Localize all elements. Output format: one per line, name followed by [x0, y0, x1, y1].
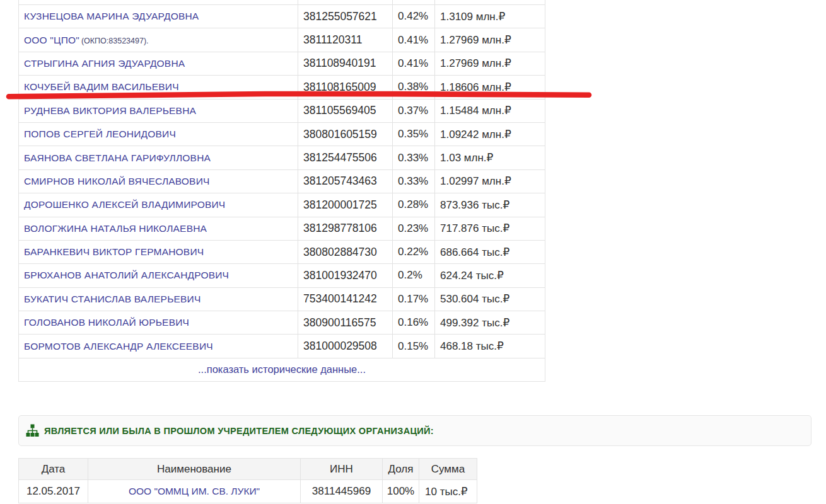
share-percent-cell: 0.33%	[393, 146, 435, 169]
inn-cell: 753400141242	[298, 287, 393, 311]
shareholder-name-cell: БРЮХАНОВ АНАТОЛИЙ АЛЕКСАНДРОВИЧ	[19, 264, 298, 287]
shareholder-name-cell: БАРАНКЕВИЧ ВИКТОР ГЕРМАНОВИЧ	[19, 240, 298, 263]
share-percent-cell: 0.15%	[393, 335, 435, 358]
share-percent-cell: 0.22%	[393, 240, 435, 263]
shareholder-row: БРЮХАНОВ АНАТОЛИЙ АЛЕКСАНДРОВИЧ381001932…	[19, 264, 545, 287]
shareholder-name-cell: ГОЛОВАНОВ НИКОЛАЙ ЮРЬЕВИЧ	[19, 311, 298, 335]
shareholder-row: БАЯНОВА СВЕТЛАНА ГАРИФУЛЛОВНА38125447550…	[19, 146, 545, 169]
shareholder-name-link[interactable]: ВОЛОГЖИНА НАТАЛЬЯ НИКОЛАЕВНА	[24, 223, 207, 234]
col-header-sum: Сумма	[419, 459, 477, 480]
col-header-date: Дата	[19, 459, 88, 480]
shareholder-row: ДОРОШЕНКО АЛЕКСЕЙ ВЛАДИМИРОВИЧ3812000017…	[19, 193, 545, 217]
shareholder-name-cell: ООО "ЦПО"(ОКПО:83523497).	[19, 28, 298, 52]
shareholder-name-cell: РУДНЕВА ВИКТОРИЯ ВАЛЕРЬЕВНА	[19, 99, 298, 122]
shareholder-name-link[interactable]: БУКАТИЧ СТАНИСЛАВ ВАЛЕРЬЕВИЧ	[24, 294, 201, 304]
amount-cell: 499.392 тыс.₽	[435, 311, 545, 335]
shareholder-name-link[interactable]: КОЧУБЕЙ ВАДИМ ВАСИЛЬЕВИЧ	[24, 81, 179, 92]
shareholder-name-cell: КОЧУБЕЙ ВАДИМ ВАСИЛЬЕВИЧ	[19, 76, 298, 99]
amount-cell: 1.03 млн.₽	[435, 146, 545, 169]
inn-cell: 381000029508	[298, 335, 393, 358]
inn-cell: 381105569405	[298, 99, 393, 122]
amount-cell: 624.24 тыс.₽	[435, 264, 545, 287]
okpo-note: (ОКПО:83523497).	[81, 37, 149, 45]
shareholder-row: СМИРНОВ НИКОЛАЙ ВЯЧЕСЛАВОВИЧ381205743463…	[19, 169, 545, 193]
shareholder-name-cell: БАЯНОВА СВЕТЛАНА ГАРИФУЛЛОВНА	[19, 146, 298, 169]
inn-cell: 381205743463	[298, 169, 393, 193]
amount-cell: 686.664 тыс.₽	[435, 240, 545, 263]
shareholder-name-link[interactable]: СМИРНОВ НИКОЛАЙ ВЯЧЕСЛАВОВИЧ	[24, 176, 210, 186]
shareholder-row: ПОПОВ СЕРГЕЙ ЛЕОНИДОВИЧ3808016051590.35%…	[19, 122, 545, 146]
shareholder-name-link[interactable]: КУЗНЕЦОВА МАРИНА ЭДУАРДОВНА	[24, 11, 199, 21]
founders-table: Дата Наименование ИНН Доля Сумма 12.05.2…	[18, 458, 477, 503]
shareholder-name-link[interactable]: РУДНЕВА ВИКТОРИЯ ВАЛЕРЬЕВНА	[24, 105, 196, 116]
inn-cell: 381108165009	[298, 76, 393, 99]
org-share-cell: 100%	[383, 480, 419, 503]
amount-cell: 1.27969 млн.₽	[435, 28, 545, 52]
show-historical-data-link[interactable]: ...показать исторические данные...	[198, 364, 366, 375]
shareholder-name-link[interactable]: БАРАНКЕВИЧ ВИКТОР ГЕРМАНОВИЧ	[24, 246, 204, 257]
share-percent-cell: 0.2%	[393, 264, 435, 287]
share-percent-cell: 0.35%	[393, 122, 435, 146]
share-percent-cell: 0.17%	[393, 287, 435, 311]
share-percent-cell: 0.33%	[393, 169, 435, 193]
share-percent-cell: 0.38%	[393, 76, 435, 99]
amount-cell: 1.15484 млн.₽	[435, 99, 545, 122]
shareholder-name-cell: БОРМОТОВ АЛЕКСАНДР АЛЕКСЕЕВИЧ	[19, 335, 298, 358]
share-percent-cell: 0.23%	[393, 217, 435, 240]
inn-cell: 381254475506	[298, 146, 393, 169]
shareholder-row: БАРАНКЕВИЧ ВИКТОР ГЕРМАНОВИЧ380802884730…	[19, 240, 545, 263]
shareholder-row: ГОЛОВАНОВ НИКОЛАЙ ЮРЬЕВИЧ3809001165750.1…	[19, 311, 545, 335]
share-percent-cell: 0.42%	[393, 5, 435, 28]
shareholder-name-link[interactable]: БОРМОТОВ АЛЕКСАНДР АЛЕКСЕЕВИЧ	[24, 341, 213, 352]
shareholder-name-link[interactable]: СТРЫГИНА АГНИЯ ЭДУАРДОВНА	[24, 58, 185, 69]
shareholder-name-link[interactable]: ПОПОВ СЕРГЕЙ ЛЕОНИДОВИЧ	[24, 129, 176, 139]
shareholder-name-link[interactable]: ГОЛОВАНОВ НИКОЛАЙ ЮРЬЕВИЧ	[24, 317, 189, 328]
inn-cell: 381200001725	[298, 193, 393, 217]
shareholder-row: РУДНЕВА ВИКТОРИЯ ВАЛЕРЬЕВНА3811055694050…	[19, 99, 545, 122]
inn-cell: 381298778106	[298, 217, 393, 240]
shareholder-name-link[interactable]: ООО "ЦПО"	[24, 35, 79, 45]
amount-cell: 873.936 тыс.₽	[435, 193, 545, 217]
amount-cell: 1.02997 млн.₽	[435, 169, 545, 193]
shareholder-row: СТРЫГИНА АГНИЯ ЭДУАРДОВНА3811089401910.4…	[19, 52, 545, 75]
amount-cell: 1.09242 млн.₽	[435, 122, 545, 146]
org-name-link[interactable]: ООО "ОММЦ ИМ. СВ. ЛУКИ"	[129, 486, 260, 496]
shareholder-name-cell: ВОЛОГЖИНА НАТАЛЬЯ НИКОЛАЕВНА	[19, 217, 298, 240]
amount-cell: 1.18606 млн.₽	[435, 76, 545, 99]
founders-section-header: ЯВЛЯЕТСЯ ИЛИ БЫЛА В ПРОШЛОМ УЧРЕДИТЕЛЕМ …	[18, 415, 811, 446]
shareholder-name-link[interactable]: БРЮХАНОВ АНАТОЛИЙ АЛЕКСАНДРОВИЧ	[24, 270, 229, 280]
shareholder-name-link[interactable]: БАЯНОВА СВЕТЛАНА ГАРИФУЛЛОВНА	[24, 152, 211, 163]
inn-cell: 380900116575	[298, 311, 393, 335]
shareholder-name-link[interactable]: ДОРОШЕНКО АЛЕКСЕЙ ВЛАДИМИРОВИЧ	[24, 199, 225, 210]
share-percent-cell: 0.16%	[393, 311, 435, 335]
shareholder-name-cell: КУЗНЕЦОВА МАРИНА ЭДУАРДОВНА	[19, 5, 298, 28]
shareholder-name-cell: ПОПОВ СЕРГЕЙ ЛЕОНИДОВИЧ	[19, 122, 298, 146]
founded-org-row: 12.05.2017ООО "ОММЦ ИМ. СВ. ЛУКИ"3811445…	[19, 480, 477, 503]
amount-cell: 1.27969 млн.₽	[435, 52, 545, 75]
inn-cell: 381001932470	[298, 264, 393, 287]
inn-cell: 3811120311	[298, 28, 393, 52]
share-percent-cell: 0.41%	[393, 28, 435, 52]
shareholder-row: ВОЛОГЖИНА НАТАЛЬЯ НИКОЛАЕВНА381298778106…	[19, 217, 545, 240]
amount-cell: 468.18 тыс.₽	[435, 335, 545, 358]
inn-cell: 381108940191	[298, 52, 393, 75]
org-name-cell: ООО "ОММЦ ИМ. СВ. ЛУКИ"	[88, 480, 301, 503]
founders-section-title: ЯВЛЯЕТСЯ ИЛИ БЫЛА В ПРОШЛОМ УЧРЕДИТЕЛЕМ …	[44, 426, 434, 436]
sitemap-icon	[26, 424, 39, 437]
col-header-inn: ИНН	[301, 459, 383, 480]
amount-cell: 530.604 тыс.₽	[435, 287, 545, 311]
org-sum-cell: 10 тыс.₽	[419, 480, 477, 503]
partial-row	[19, 0, 545, 5]
inn-cell: 380802884730	[298, 240, 393, 263]
shareholder-row: КОЧУБЕЙ ВАДИМ ВАСИЛЬЕВИЧ3811081650090.38…	[19, 76, 545, 99]
shareholders-table: КУЗНЕЦОВА МАРИНА ЭДУАРДОВНА3812550576210…	[18, 0, 545, 382]
amount-cell: 1.3109 млн.₽	[435, 5, 545, 28]
shareholder-name-cell: ДОРОШЕНКО АЛЕКСЕЙ ВЛАДИМИРОВИЧ	[19, 193, 298, 217]
founders-header-row: Дата Наименование ИНН Доля Сумма	[19, 459, 477, 480]
col-header-name: Наименование	[88, 459, 301, 480]
shareholder-name-cell: БУКАТИЧ СТАНИСЛАВ ВАЛЕРЬЕВИЧ	[19, 287, 298, 311]
inn-cell: 380801605159	[298, 122, 393, 146]
inn-cell: 381255057621	[298, 5, 393, 28]
share-percent-cell: 0.37%	[393, 99, 435, 122]
share-percent-cell: 0.41%	[393, 52, 435, 75]
